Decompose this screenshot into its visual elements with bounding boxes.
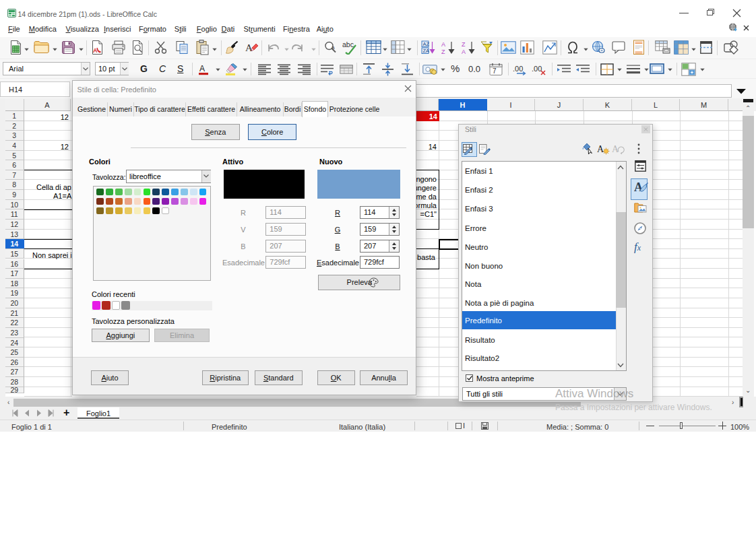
- svg-text:A: A: [462, 48, 466, 55]
- svg-text:.00: .00: [513, 65, 523, 73]
- svg-text:A: A: [441, 41, 445, 48]
- svg-text:Z: Z: [462, 41, 466, 48]
- svg-text:A: A: [634, 180, 643, 194]
- svg-text:abc: abc: [342, 40, 354, 48]
- svg-text:A: A: [245, 42, 253, 53]
- svg-text:A: A: [597, 144, 604, 154]
- svg-text:AZ: AZ: [423, 41, 430, 47]
- svg-text:a: a: [332, 44, 335, 51]
- svg-text:Z: Z: [441, 48, 445, 55]
- svg-text:A: A: [199, 64, 205, 73]
- svg-text:ZA: ZA: [423, 48, 430, 54]
- svg-text:.00: .00: [532, 65, 542, 73]
- svg-text:7: 7: [493, 67, 497, 75]
